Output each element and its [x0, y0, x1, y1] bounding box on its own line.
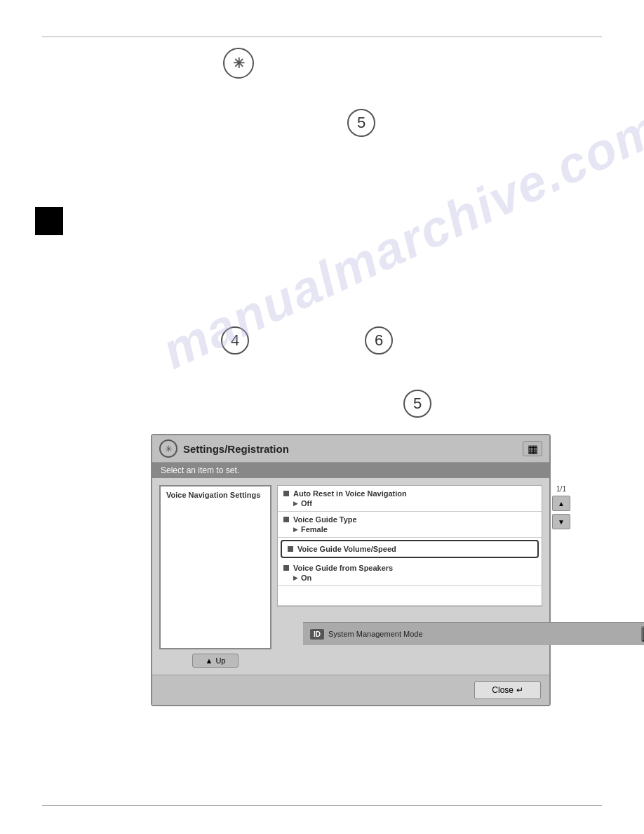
- setting-label-auto-reset: Auto Reset in Voice Navigation: [283, 489, 536, 498]
- setting-item-auto-reset[interactable]: Auto Reset in Voice Navigation ▶ Off: [278, 486, 542, 512]
- bullet-guide-type: [283, 517, 289, 522]
- setting-label-guide-type: Voice Guide Type: [283, 515, 536, 524]
- setting-item-empty: [278, 586, 542, 606]
- number-4: 4: [221, 326, 249, 355]
- system-mode-label: System Management Mode: [328, 630, 423, 638]
- left-panel: Voice Navigation Settings ▲ Up: [159, 485, 271, 668]
- setting-value-guide-type: ▶ Female: [283, 525, 536, 534]
- dialog-title-text: Settings/Registration: [183, 443, 289, 455]
- number-6: 6: [365, 326, 393, 355]
- arrow-guide-type: ▶: [293, 526, 298, 533]
- close-icon: ↵: [516, 685, 523, 695]
- bullet-auto-reset: [283, 491, 289, 496]
- id-badge: ID: [310, 629, 324, 640]
- bullet-volume-speed: [288, 546, 293, 552]
- number-5-bottom: 5: [403, 390, 431, 418]
- star-icon-top: ✳: [223, 48, 254, 79]
- close-button-label: Close: [492, 685, 514, 695]
- setting-value-auto-reset: ▶ Off: [283, 499, 536, 508]
- settings-dialog: ✳ Settings/Registration ▦ Select an item…: [151, 434, 551, 706]
- left-panel-title: Voice Navigation Settings: [166, 491, 264, 499]
- arrow-auto-reset: ▶: [293, 500, 298, 507]
- close-button[interactable]: Close ↵: [474, 681, 541, 699]
- left-panel-box: Voice Navigation Settings: [159, 485, 271, 649]
- setting-item-guide-type[interactable]: Voice Guide Type ▶ Female: [278, 512, 542, 538]
- dialog-subtitle: Select an item to set.: [152, 463, 549, 478]
- bullet-speakers: [283, 565, 289, 571]
- setting-label-volume-speed: Voice Guide Volume/Speed: [288, 545, 532, 553]
- dialog-icon-button[interactable]: ▦: [523, 441, 542, 456]
- up-arrow-icon: ▲: [206, 656, 213, 665]
- black-rectangle: [35, 207, 63, 235]
- setting-value-speakers: ▶ On: [283, 574, 536, 582]
- number-5-top: 5: [347, 109, 375, 137]
- dialog-title-bar: ✳ Settings/Registration ▦: [152, 435, 549, 463]
- arrow-speakers: ▶: [293, 574, 298, 581]
- up-button-label: Up: [215, 656, 225, 665]
- dialog-body: Voice Navigation Settings ▲ Up Auto Rese…: [152, 478, 549, 675]
- up-button[interactable]: ▲ Up: [192, 654, 239, 668]
- logout-button[interactable]: ⏻ Log Out: [641, 626, 644, 642]
- page-controls: 1/1 ▲ ▼: [552, 485, 570, 529]
- dialog-bottom: Close ↵: [152, 675, 549, 705]
- left-panel-up-button-container: ▲ Up: [159, 654, 271, 668]
- setting-item-speakers[interactable]: Voice Guide from Speakers ▶ On: [278, 560, 542, 586]
- dialog-icon-shape: ▦: [528, 442, 538, 456]
- right-panel: Auto Reset in Voice Navigation ▶ Off Voi…: [277, 485, 542, 607]
- setting-label-speakers: Voice Guide from Speakers: [283, 564, 536, 572]
- page-number: 1/1: [556, 485, 566, 493]
- footer-bar: ID System Management Mode ⏻ Log Out: [303, 622, 644, 645]
- scroll-up-button[interactable]: ▲: [552, 496, 570, 511]
- scroll-down-button[interactable]: ▼: [552, 514, 570, 529]
- dialog-title-icon: ✳: [159, 439, 177, 458]
- dialog-title-left: ✳ Settings/Registration: [159, 439, 289, 458]
- setting-item-volume-speed[interactable]: Voice Guide Volume/Speed: [281, 540, 539, 558]
- top-rule: [42, 37, 602, 37]
- bottom-rule: [42, 805, 602, 806]
- footer-left: ID System Management Mode: [310, 629, 423, 640]
- settings-list: Auto Reset in Voice Navigation ▶ Off Voi…: [277, 485, 542, 607]
